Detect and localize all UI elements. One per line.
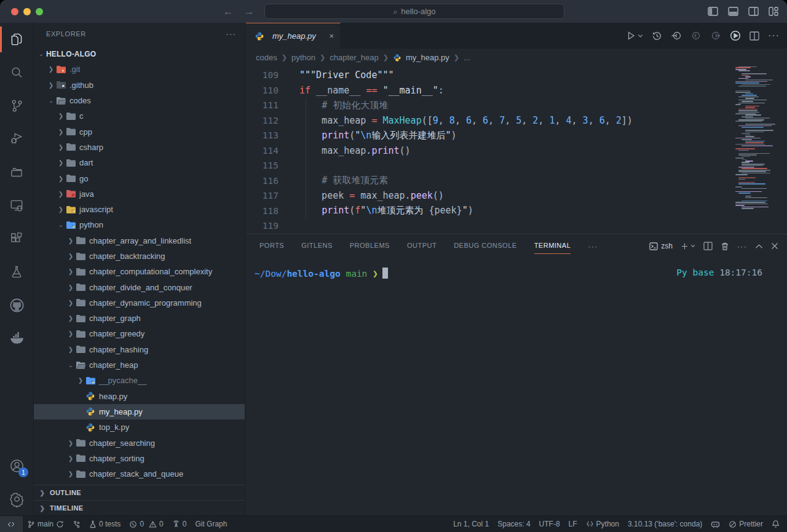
tree-item-chapter-backtracking[interactable]: ❯chapter_backtracking [34,248,245,264]
panel-tab-problems[interactable]: PROBLEMS [350,239,390,253]
forward-arrow-icon[interactable]: → [244,6,254,17]
tree-item-chapter-computational-complexity[interactable]: ❯chapter_computational_complexity [34,264,245,279]
remote-explorer-icon[interactable] [0,189,33,222]
back-arrow-icon[interactable]: ← [223,6,233,17]
notifications-bell-icon[interactable] [767,516,787,532]
tree-item-c[interactable]: ❯c [34,108,245,124]
tree-item-chapter-searching[interactable]: ❯chapter_searching [34,435,245,450]
minimap[interactable] [735,66,780,210]
breadcrumb-chapter-heap[interactable]: chapter_heap [330,53,379,62]
code-line-119[interactable]: 119 [246,218,787,234]
tree-item-chapter-hashing[interactable]: ❯chapter_hashing [34,342,245,357]
remote-indicator[interactable] [0,516,23,532]
timeline-section[interactable]: ❯ TIMELINE [34,500,245,515]
tree-item-codes[interactable]: ⌄codes [34,93,245,108]
settings-gear-icon[interactable] [0,482,33,515]
forwarded-ports-status[interactable]: 0 [168,516,191,532]
tree-item-heap-py[interactable]: heap.py [34,389,245,404]
explorer-icon[interactable] [0,23,33,56]
split-editor-icon[interactable] [749,31,759,41]
code-line-109[interactable]: 109"""Driver Code""" [246,68,787,83]
panel-tab-debug-console[interactable]: DEBUG CONSOLE [454,239,516,253]
kill-terminal-trash-icon[interactable] [721,242,729,251]
source-control-icon[interactable] [0,89,33,122]
customize-layout-icon[interactable] [769,7,778,16]
tree-item-cpp[interactable]: ❯cpp [34,124,245,139]
prettier-status[interactable]: Prettier [724,516,767,532]
docker-icon[interactable] [0,322,33,355]
tree-item-chapter-divide-and-conquer[interactable]: ❯chapter_divide_and_conquer [34,279,245,295]
tree-item-my-heap-py[interactable]: my_heap.py [34,404,245,419]
language-mode[interactable]: Python [582,516,623,532]
run-python-file-button[interactable] [626,31,643,41]
problems-status[interactable]: 0 0 [125,516,167,532]
code-line-117[interactable]: 117 peek = max_heap.peek() [246,188,787,204]
tree-item-python[interactable]: ⌄python [34,217,245,232]
tests-status[interactable]: 0 tests [85,516,125,532]
panel-tab-ports[interactable]: PORTS [259,239,284,253]
maximize-panel-icon[interactable] [755,244,763,249]
panel-tabs-more-icon[interactable]: ··· [588,242,598,251]
navigate-back-icon[interactable] [671,31,682,41]
close-panel-icon[interactable] [771,242,778,250]
sidebar-more-actions-icon[interactable]: ··· [226,29,236,39]
tree-item-chapter-heap[interactable]: ⌄chapter_heap [34,357,245,373]
cursor-position[interactable]: Ln 1, Col 1 [449,516,493,532]
copilot-icon[interactable] [706,516,724,532]
breadcrumb-codes[interactable]: codes [256,53,277,62]
panel-more-actions-icon[interactable]: ··· [737,242,747,251]
toggle-panel-icon[interactable] [728,7,738,16]
code-line-118[interactable]: 118 print(f"\n堆顶元素为 {peek}") [246,204,787,219]
navigate-previous-icon[interactable] [690,31,702,41]
code-line-115[interactable]: 115 [246,158,787,173]
tree-item--git[interactable]: ❯.git [34,62,245,77]
tree-item-chapter-sorting[interactable]: ❯chapter_sorting [34,451,245,466]
tree-item-go[interactable]: ❯go [34,170,245,186]
tree-item-chapter-graph[interactable]: ❯chapter_graph [34,311,245,326]
breadcrumb-python[interactable]: python [291,53,315,62]
navigate-next-icon[interactable] [710,31,721,41]
tree-item--github[interactable]: ❯.github [34,77,245,93]
panel-tab-terminal[interactable]: TERMINAL [534,239,571,253]
code-line-113[interactable]: 113 print("\n输入列表并建堆后") [246,128,787,143]
indentation-status[interactable]: Spaces: 4 [493,516,534,532]
tree-item-javascript[interactable]: ❯JSjavascript [34,202,245,217]
breadcrumb-symbol[interactable]: ... [464,53,470,62]
run-and-debug-icon[interactable] [0,122,33,156]
git-branch-status[interactable]: main [23,516,68,532]
timeline-history-icon[interactable] [652,31,662,41]
python-interpreter[interactable]: 3.10.13 ('base': conda) [623,516,706,532]
terminal-shell-item[interactable]: zsh [649,242,673,250]
outline-section[interactable]: ❯ OUTLINE [34,485,245,500]
tree-item-java[interactable]: ❯java [34,186,245,202]
toggle-primary-sidebar-icon[interactable] [708,7,718,16]
panel-tab-output[interactable]: OUTPUT [407,239,437,253]
tree-item-hello-algo[interactable]: ⌄HELLO-ALGO [34,46,245,62]
code-line-110[interactable]: 110if __name__ == "__main__": [246,83,787,98]
extensions-icon[interactable] [0,222,33,255]
code-line-112[interactable]: 112 max_heap = MaxHeap([9, 8, 6, 6, 7, 5… [246,113,787,129]
tab-my-heap[interactable]: my_heap.py × [246,23,341,49]
encoding-status[interactable]: UTF-8 [535,516,564,532]
tree-item-chapter-greedy[interactable]: ❯chapter_greedy [34,326,245,341]
accounts-icon[interactable]: 1 [0,449,33,482]
close-window-button[interactable] [11,8,18,15]
toggle-secondary-sidebar-icon[interactable] [748,7,759,16]
code-line-111[interactable]: 111 # 初始化大顶堆 [246,98,787,113]
tree-item-chapter-stack-and-queue[interactable]: ❯chapter_stack_and_queue [34,466,245,482]
code-line-114[interactable]: 114 max_heap.print() [246,143,787,159]
panel-tab-gitlens[interactable]: GITLENS [301,239,333,253]
tree-item-chapter-array-and-linkedlist[interactable]: ❯chapter_array_and_linkedlist [34,233,245,248]
tree-item-dart[interactable]: ❯dart [34,155,245,170]
terminal-content[interactable]: ~/Dow/hello-algo main ❯ Py base 18:17:16 [246,258,787,515]
folder-library-icon[interactable] [0,156,33,189]
github-icon[interactable] [0,288,33,322]
code-line-116[interactable]: 116 # 获取堆顶元素 [246,173,787,189]
breadcrumb-file[interactable]: my_heap.py [406,53,449,62]
testing-icon[interactable] [0,255,33,288]
tree-item-chapter-dynamic-programming[interactable]: ❯chapter_dynamic_programming [34,295,245,311]
split-terminal-icon[interactable] [703,242,713,250]
tree-item-csharp[interactable]: ❯csharp [34,140,245,155]
git-graph-branch-icon[interactable] [68,516,85,532]
code-editor[interactable]: 109"""Driver Code"""110if __name__ == "_… [246,66,787,234]
